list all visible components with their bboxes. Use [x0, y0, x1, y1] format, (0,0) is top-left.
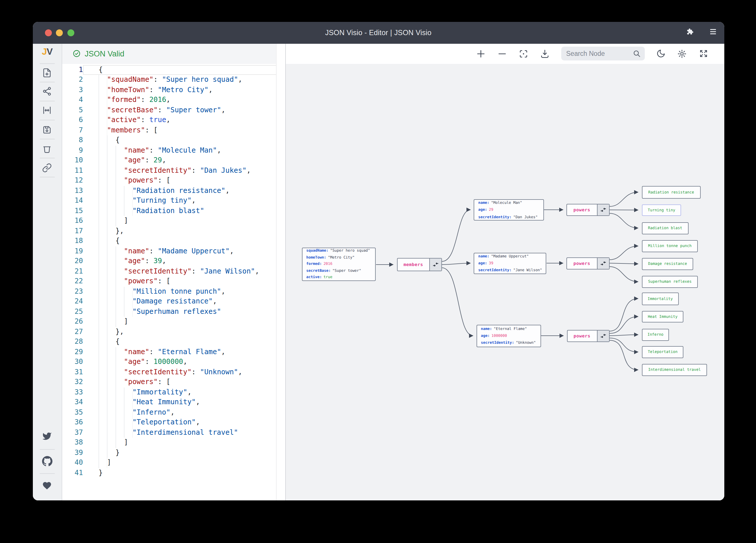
collapse-node-button[interactable]: [429, 259, 441, 271]
graph-node-leaf[interactable]: Immortality: [642, 292, 678, 305]
collapse-node-button[interactable]: [597, 330, 609, 341]
fullscreen-button[interactable]: [698, 49, 708, 59]
edge: [442, 263, 470, 265]
download-image-button[interactable]: [540, 49, 550, 59]
editor-line[interactable]: 25"Superhuman reflexes": [62, 306, 277, 317]
app-logo[interactable]: JV: [33, 46, 62, 57]
editor-line[interactable]: 31"secretIdentity": "Unknown",: [62, 367, 277, 377]
editor-line[interactable]: 4"formed": 2016,: [62, 95, 277, 105]
graph-node-member-3[interactable]: name:"Eternal Flame" age:1000000 secretI…: [476, 324, 541, 347]
editor-line[interactable]: 33"Immortality",: [62, 387, 277, 397]
github-icon: [42, 456, 52, 466]
editor-line[interactable]: 34"Heat Immunity",: [62, 397, 277, 407]
line-number: 8: [62, 135, 83, 145]
clear-button[interactable]: [41, 143, 53, 154]
editor-line[interactable]: 16]: [62, 216, 277, 226]
editor-line[interactable]: 39}: [62, 448, 277, 458]
editor-line[interactable]: 37"Interdimensional travel": [62, 427, 277, 438]
editor-line[interactable]: 14"Turning tiny",: [62, 196, 277, 206]
new-document-button[interactable]: [41, 67, 53, 78]
minus-icon: [497, 49, 507, 59]
graph-node-leaf[interactable]: Radiation resistance: [642, 186, 700, 198]
node-value: 29: [489, 208, 493, 212]
editor-line[interactable]: 6"active": true,: [62, 115, 277, 125]
twitter-link[interactable]: [41, 430, 53, 442]
editor-line[interactable]: 17},: [62, 226, 277, 236]
collapse-node-button[interactable]: [597, 205, 609, 215]
editor-line[interactable]: 40]: [62, 458, 277, 468]
editor-line[interactable]: 36"Teleportation",: [62, 417, 277, 427]
editor-line[interactable]: 12"powers": [: [62, 176, 277, 186]
editor-code[interactable]: 1{2"squadName": "Super hero squad",3"hom…: [62, 64, 277, 500]
editor-line[interactable]: 20"age": 39,: [62, 256, 277, 266]
graph-node-leaf[interactable]: Heat Immunity: [642, 311, 683, 322]
editor-line[interactable]: 7"members": [: [62, 125, 277, 135]
leaf-label: Turning tiny: [648, 208, 675, 213]
zoom-out-button[interactable]: [497, 49, 507, 59]
graph-node-member-2[interactable]: name:"Madame Uppercut" age:39 secretIden…: [474, 253, 546, 274]
settings-button[interactable]: [677, 49, 687, 59]
graph-node-powers-1[interactable]: powers: [566, 204, 609, 216]
graph-node-member-1[interactable]: name:"Molecule Man" age:29 secretIdentit…: [474, 199, 544, 221]
editor-line[interactable]: 26]: [62, 317, 277, 327]
node-key: secretIdentity:: [478, 268, 511, 272]
editor-line[interactable]: 35"Inferno",: [62, 407, 277, 417]
graph-node-leaf[interactable]: Million tonne punch: [642, 240, 698, 252]
graph-node-root[interactable]: squadName:"Super hero squad" homeTown:"M…: [302, 248, 376, 281]
line-number: 24: [62, 296, 83, 306]
editor-line[interactable]: 2"squadName": "Super hero squad",: [62, 75, 277, 85]
graph-node-leaf[interactable]: Radiation blast: [642, 222, 688, 234]
line-number: 34: [62, 397, 83, 407]
center-view-button[interactable]: [41, 105, 53, 116]
share-graph-button[interactable]: [41, 86, 53, 97]
editor-line[interactable]: 3"homeTown": "Metro City",: [62, 85, 277, 95]
graph-node-powers-3[interactable]: powers: [567, 330, 609, 342]
editor-line[interactable]: 1{: [62, 65, 277, 75]
editor-line[interactable]: 8{: [62, 135, 277, 145]
fit-view-button[interactable]: [518, 49, 529, 59]
editor-line[interactable]: 30"age": 1000000,: [62, 357, 277, 367]
github-link[interactable]: [41, 455, 53, 467]
search-node-input[interactable]: [561, 50, 632, 57]
graph-node-leaf[interactable]: Inferno: [642, 329, 669, 340]
editor-line[interactable]: 19"name": "Madame Uppercut",: [62, 246, 277, 256]
graph-node-powers-2[interactable]: powers: [566, 257, 609, 269]
leaf-label: Damage resistance: [648, 262, 687, 266]
editor-line[interactable]: 18{: [62, 236, 277, 246]
zoom-in-button[interactable]: [476, 49, 486, 59]
editor-line[interactable]: 27},: [62, 327, 277, 337]
editor-line[interactable]: 29"name": "Eternal Flame",: [62, 347, 277, 357]
line-number: 31: [62, 367, 83, 377]
search-icon[interactable]: [632, 50, 640, 58]
graph-node-leaf[interactable]: Damage resistance: [642, 258, 693, 270]
browser-menu-icon[interactable]: [708, 27, 717, 38]
editor-line[interactable]: 11"secretIdentity": "Dan Jukes",: [62, 166, 277, 176]
sponsor-link[interactable]: [41, 480, 53, 491]
graph-node-leaf[interactable]: Superhuman reflexes: [642, 276, 698, 287]
editor-line[interactable]: 24"Damage resistance",: [62, 296, 277, 306]
extensions-icon[interactable]: [685, 27, 694, 38]
dark-mode-toggle[interactable]: [655, 49, 666, 59]
editor-line[interactable]: 21"secretIdentity": "Jane Wilson",: [62, 266, 277, 276]
logo-v: V: [47, 46, 52, 56]
graph-canvas[interactable]: squadName:"Super hero squad" homeTown:"M…: [286, 64, 724, 500]
editor-scrollbar[interactable]: [276, 44, 285, 500]
graph-node-leaf[interactable]: Interdimensional travel: [642, 364, 707, 376]
editor-line[interactable]: 10"age": 29,: [62, 156, 277, 166]
graph-node-leaf-selected[interactable]: Turning tiny: [642, 204, 681, 216]
editor-line[interactable]: 28{: [62, 337, 277, 347]
collapse-node-button[interactable]: [597, 258, 609, 269]
editor-line[interactable]: 38]: [62, 438, 277, 448]
graph-node-leaf[interactable]: Teleportation: [642, 346, 683, 358]
editor-line[interactable]: 15"Radiation blast": [62, 206, 277, 216]
editor-line[interactable]: 13"Radiation resistance",: [62, 186, 277, 196]
editor-line[interactable]: 32"powers": [: [62, 377, 277, 387]
save-button[interactable]: [41, 124, 53, 135]
editor-line[interactable]: 9"name": "Molecule Man",: [62, 145, 277, 156]
editor-line[interactable]: 23"Million tonne punch",: [62, 286, 277, 296]
editor-line[interactable]: 22"powers": [: [62, 276, 277, 286]
editor-line[interactable]: 41}: [62, 468, 277, 478]
share-link-button[interactable]: [41, 162, 53, 173]
graph-node-members[interactable]: members: [397, 258, 442, 271]
editor-line[interactable]: 5"secretBase": "Super tower",: [62, 105, 277, 115]
